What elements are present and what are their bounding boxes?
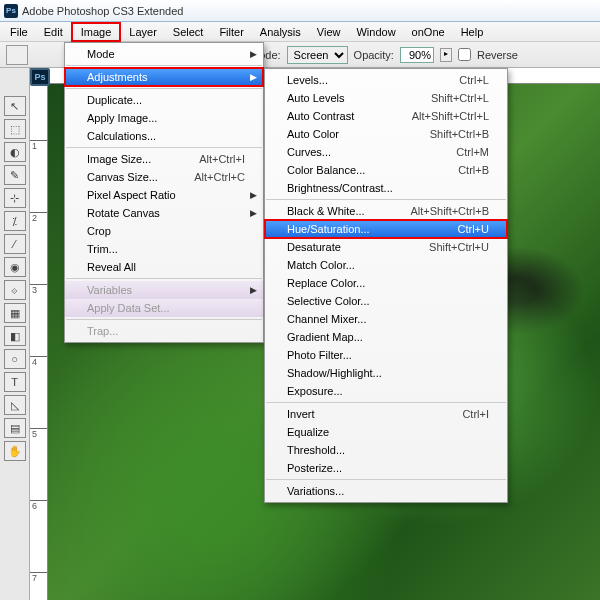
menu-item[interactable]: Curves...Ctrl+M bbox=[265, 143, 507, 161]
tool-button[interactable]: ✋ bbox=[4, 441, 26, 461]
tool-button[interactable]: ◧ bbox=[4, 326, 26, 346]
menu-item[interactable]: Equalize bbox=[265, 423, 507, 441]
menu-item[interactable]: Exposure... bbox=[265, 382, 507, 400]
menu-item[interactable]: Levels...Ctrl+L bbox=[265, 71, 507, 89]
tool-button[interactable]: ⬚ bbox=[4, 119, 26, 139]
menu-item[interactable]: Auto ContrastAlt+Shift+Ctrl+L bbox=[265, 107, 507, 125]
menu-item[interactable]: DesaturateShift+Ctrl+U bbox=[265, 238, 507, 256]
menu-item-label: Reveal All bbox=[87, 261, 245, 273]
submenu-arrow-icon: ▶ bbox=[250, 285, 257, 295]
menu-item: Apply Data Set... bbox=[65, 299, 263, 317]
opacity-label: Opacity: bbox=[354, 49, 394, 61]
menu-shortcut: Alt+Ctrl+I bbox=[199, 153, 245, 165]
menu-item-label: Posterize... bbox=[287, 462, 489, 474]
submenu-arrow-icon: ▶ bbox=[250, 190, 257, 200]
menu-item[interactable]: Photo Filter... bbox=[265, 346, 507, 364]
ruler-tick: 7 bbox=[30, 572, 47, 583]
menu-item[interactable]: Mode▶ bbox=[65, 45, 263, 63]
menu-item[interactable]: Threshold... bbox=[265, 441, 507, 459]
menu-item[interactable]: Black & White...Alt+Shift+Ctrl+B bbox=[265, 202, 507, 220]
tool-button[interactable]: ▤ bbox=[4, 418, 26, 438]
tool-button[interactable]: ◉ bbox=[4, 257, 26, 277]
opacity-arrow-icon[interactable]: ▸ bbox=[440, 48, 452, 62]
menu-item[interactable]: Pixel Aspect Ratio▶ bbox=[65, 186, 263, 204]
menu-item[interactable]: Trim... bbox=[65, 240, 263, 258]
ruler-tick: 2 bbox=[30, 212, 47, 223]
menu-edit[interactable]: Edit bbox=[36, 24, 71, 40]
menu-item[interactable]: Calculations... bbox=[65, 127, 263, 145]
menu-item[interactable]: Replace Color... bbox=[265, 274, 507, 292]
menu-item-label: Curves... bbox=[287, 146, 456, 158]
menu-item[interactable]: Reveal All bbox=[65, 258, 263, 276]
menu-analysis[interactable]: Analysis bbox=[252, 24, 309, 40]
menu-item[interactable]: Canvas Size...Alt+Ctrl+C bbox=[65, 168, 263, 186]
menu-item[interactable]: Gradient Map... bbox=[265, 328, 507, 346]
menu-file[interactable]: File bbox=[2, 24, 36, 40]
tool-button[interactable]: ∕ bbox=[4, 234, 26, 254]
tool-button[interactable]: ◺ bbox=[4, 395, 26, 415]
menu-shortcut: Alt+Ctrl+C bbox=[194, 171, 245, 183]
menu-bar[interactable]: FileEditImageLayerSelectFilterAnalysisVi… bbox=[0, 22, 600, 42]
menu-separator bbox=[66, 319, 262, 320]
tool-button[interactable]: ◐ bbox=[4, 142, 26, 162]
submenu-arrow-icon: ▶ bbox=[250, 208, 257, 218]
menu-item-label: Hue/Saturation... bbox=[287, 223, 458, 235]
tool-button[interactable]: ✎ bbox=[4, 165, 26, 185]
menu-item[interactable]: Rotate Canvas▶ bbox=[65, 204, 263, 222]
menu-item-label: Invert bbox=[287, 408, 462, 420]
menu-help[interactable]: Help bbox=[453, 24, 492, 40]
tool-button[interactable]: T bbox=[4, 372, 26, 392]
submenu-arrow-icon: ▶ bbox=[250, 72, 257, 82]
menu-item[interactable]: Crop bbox=[65, 222, 263, 240]
menu-item-label: Variations... bbox=[287, 485, 489, 497]
reverse-checkbox[interactable] bbox=[458, 48, 471, 61]
menu-view[interactable]: View bbox=[309, 24, 349, 40]
menu-item[interactable]: Match Color... bbox=[265, 256, 507, 274]
tool-button[interactable]: ⁒ bbox=[4, 211, 26, 231]
ps-badge-icon: Ps bbox=[30, 68, 50, 86]
menu-item[interactable]: Shadow/Highlight... bbox=[265, 364, 507, 382]
menu-onone[interactable]: onOne bbox=[404, 24, 453, 40]
menu-item[interactable]: Image Size...Alt+Ctrl+I bbox=[65, 150, 263, 168]
menu-item-label: Adjustments bbox=[87, 71, 245, 83]
menu-filter[interactable]: Filter bbox=[211, 24, 251, 40]
menu-window[interactable]: Window bbox=[348, 24, 403, 40]
menu-item-label: Match Color... bbox=[287, 259, 489, 271]
menu-separator bbox=[266, 199, 506, 200]
opacity-input[interactable] bbox=[400, 47, 434, 63]
tool-button[interactable]: ⟐ bbox=[4, 280, 26, 300]
tool-button[interactable]: ↖ bbox=[4, 96, 26, 116]
menu-item-label: Gradient Map... bbox=[287, 331, 489, 343]
menu-item[interactable]: Apply Image... bbox=[65, 109, 263, 127]
menu-layer[interactable]: Layer bbox=[121, 24, 165, 40]
tool-button[interactable]: ⊹ bbox=[4, 188, 26, 208]
menu-item-label: Threshold... bbox=[287, 444, 489, 456]
menu-item-label: Calculations... bbox=[87, 130, 245, 142]
menu-item-label: Rotate Canvas bbox=[87, 207, 245, 219]
menu-item[interactable]: Variations... bbox=[265, 482, 507, 500]
menu-select[interactable]: Select bbox=[165, 24, 212, 40]
mode-select[interactable]: Screen bbox=[287, 46, 348, 64]
menu-item-label: Replace Color... bbox=[287, 277, 489, 289]
app-icon: Ps bbox=[4, 4, 18, 18]
menu-item[interactable]: Selective Color... bbox=[265, 292, 507, 310]
menu-item[interactable]: Auto LevelsShift+Ctrl+L bbox=[265, 89, 507, 107]
menu-item[interactable]: Duplicate... bbox=[65, 91, 263, 109]
menu-item-label: Color Balance... bbox=[287, 164, 458, 176]
tool-button[interactable]: ○ bbox=[4, 349, 26, 369]
menu-item[interactable]: Color Balance...Ctrl+B bbox=[265, 161, 507, 179]
menu-item[interactable]: Channel Mixer... bbox=[265, 310, 507, 328]
tool-preset-button[interactable] bbox=[6, 45, 28, 65]
menu-item[interactable]: Adjustments▶ bbox=[65, 68, 263, 86]
menu-item[interactable]: Brightness/Contrast... bbox=[265, 179, 507, 197]
ruler-vertical: 01234567 bbox=[30, 68, 48, 600]
tool-button[interactable]: ▦ bbox=[4, 303, 26, 323]
menu-item[interactable]: Hue/Saturation...Ctrl+U bbox=[265, 220, 507, 238]
menu-separator bbox=[266, 402, 506, 403]
menu-item[interactable]: Posterize... bbox=[265, 459, 507, 477]
submenu-arrow-icon: ▶ bbox=[250, 49, 257, 59]
menu-image[interactable]: Image bbox=[71, 22, 122, 42]
menu-item[interactable]: InvertCtrl+I bbox=[265, 405, 507, 423]
menu-item[interactable]: Auto ColorShift+Ctrl+B bbox=[265, 125, 507, 143]
menu-shortcut: Shift+Ctrl+B bbox=[430, 128, 489, 140]
